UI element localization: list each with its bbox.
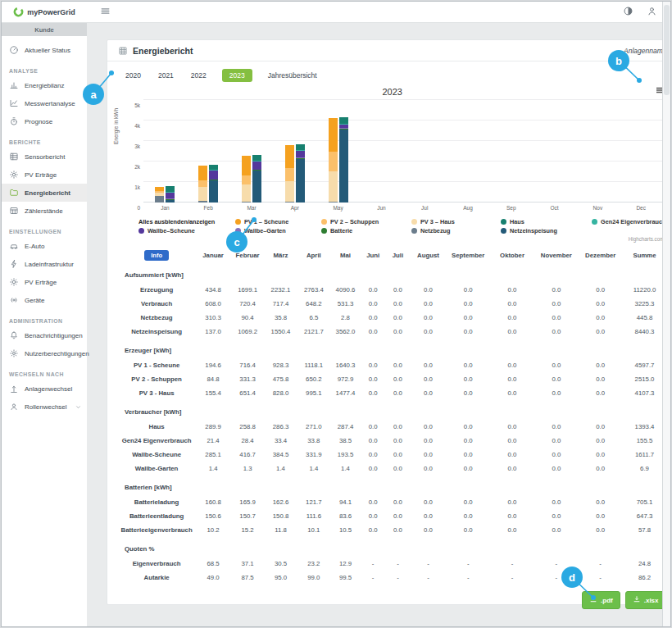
sidebar-item-prognose[interactable]: Prognose [2,112,87,130]
tab-2020[interactable]: 2020 [124,69,143,82]
production-bar-jan[interactable] [155,187,164,203]
tab-2023[interactable]: 2023 [222,69,252,82]
sidebar-item-benachrichtigungen[interactable]: Benachrichtigungen [2,326,87,344]
sidebar-item-geräte[interactable]: Geräte [2,291,87,309]
sidebar-item-anlagenwechsel[interactable]: Anlagenwechsel [2,380,87,398]
column-header-oktober: Oktober [490,247,534,263]
sidebar-item-ladeinfrastruktur[interactable]: Ladeinfrastruktur [2,255,87,273]
info-badge[interactable]: Info [144,250,169,261]
segment-netzbezug [242,202,251,203]
app-window: myPowerGrid Kunde Aktueller StatusANALYS… [1,1,671,627]
production-bar-may[interactable] [329,118,338,203]
consumption-bar-mar[interactable] [252,155,261,203]
production-bar-apr[interactable] [285,145,294,203]
cell-value: 0.0 [446,509,490,523]
sidebar-item-label: Rollenwechsel [25,403,67,411]
legend-item-pv-3-haus[interactable]: PV 3 – Haus [411,218,493,225]
consumption-bar-feb[interactable] [209,165,218,203]
cell-value: 1.4 [297,462,330,476]
legend-item-alles-ausblenden-anzeigen[interactable]: Alles ausblenden/anzeigen [138,218,227,225]
consumption-bar-apr[interactable] [296,144,305,203]
legend-item-haus[interactable]: Haus [501,218,583,225]
consumption-bar-jan[interactable] [166,186,175,203]
sidebar-section-berichte: BERICHTE [9,139,87,145]
vertical-scrollbar[interactable] [662,2,670,626]
sidebar-item-aktueller-status[interactable]: Aktueller Status [2,41,87,59]
app-logo[interactable]: myPowerGrid [2,7,87,17]
cell-value: 3562.0 [330,325,361,339]
cell-value: 0.0 [385,358,410,372]
export-xlsx-button[interactable]: .xlsx [625,591,666,609]
cell-value: 258.8 [231,420,264,434]
sidebar-item-pv-erträge[interactable]: PV Erträge [2,166,87,184]
cell-value: 68.5 [195,557,231,571]
legend-label: PV 2 – Schuppen [330,218,379,225]
cell-value: 0.0 [446,297,490,311]
legend-item-pv-2-schuppen[interactable]: PV 2 – Schuppen [321,218,403,225]
tab-2021[interactable]: 2021 [157,69,175,82]
column-header-januar: Januar [195,247,231,263]
group-row: Erzeuger [kWh] [118,339,667,358]
segment-pv-1-scheune [285,145,294,168]
bell-icon [9,330,19,340]
cell-value: 0.0 [361,434,385,448]
cell-value: 0.0 [579,325,623,339]
cell-value: - [411,571,447,585]
x-axis-tick-may: May [316,205,360,211]
cell-value: 8440.3 [623,325,667,339]
cell-value: 0.0 [361,311,385,325]
group-label: Verbraucher [kWh] [118,400,667,420]
sidebar-item-messwertanalyse[interactable]: Messwertanalyse [2,94,87,112]
sun-icon [9,277,19,287]
row-label: Batterieeigenverbrauch [118,523,195,537]
cell-value: 0.0 [411,325,447,339]
cell-value: 137.0 [195,325,231,339]
sidebar-item-rollenwechsel[interactable]: Rollenwechsel [2,398,87,416]
sidebar-item-sensorbericht[interactable]: Sensorbericht [2,148,87,166]
consumption-bar-may[interactable] [339,117,348,203]
cell-value: 0.0 [490,523,534,537]
segment-netzeinspeisung [166,200,175,203]
production-bar-mar[interactable] [242,156,251,203]
cell-value: 0.0 [385,448,410,462]
sidebar-item-nutzerberechtigungen[interactable]: Nutzerberechtigungen [2,344,87,362]
table-row-haus: Haus289.9258.8286.3271.0287.40.00.00.00.… [118,420,667,434]
table-row-netzeinspeisung: Netzeinspeisung137.01069.21550.42121.735… [118,325,667,339]
tab-2022[interactable]: 2022 [189,69,208,82]
legend-item-netzeinspeisung[interactable]: Netzeinspeisung [501,227,583,234]
tab-jahresübersicht[interactable]: Jahresübersicht [266,69,319,82]
card-header: Energiebericht Anlagenname [107,40,671,61]
sidebar-item-zählerstände[interactable]: Zählerstände [2,202,87,220]
cell-value: 0.0 [411,495,447,509]
row-label: Netzeinspeisung [118,325,195,339]
row-label: PV 1 - Scheune [118,358,195,372]
sidebar-item-label: Aktueller Status [25,47,70,54]
sidebar-item-pv-erträge[interactable]: PV Erträge [2,273,87,291]
scrollbar-thumb[interactable] [664,5,670,95]
sidebar-item-e-auto[interactable]: E-Auto [2,237,87,255]
stopwatch-icon [9,116,19,126]
legend-item-netzbezug[interactable]: Netzbezug [411,227,493,234]
cell-value: - [385,571,410,585]
legend-item-pv-1-scheune[interactable]: PV 1 – Scheune [235,218,313,225]
cell-value: 0.0 [361,372,385,386]
theme-contrast-icon[interactable] [623,5,633,20]
legend-item-batterie[interactable]: Batterie [321,227,403,234]
cell-value: 0.0 [490,372,534,386]
legend-item-gen24-eigenverbrauch[interactable]: Gen24 Eigenverbrauch [592,218,666,225]
cell-value: 0.0 [534,311,579,325]
cell-value: 531.3 [330,297,361,311]
y-axis-tick: 3k [134,143,140,149]
cell-value: 0.0 [579,420,623,434]
legend-item-wallbe-garten[interactable]: Wallbe–Garten [235,227,313,234]
export-pdf-button[interactable]: .pdf [582,591,620,609]
menu-toggle-icon[interactable] [100,5,111,20]
cell-value: 384.5 [264,448,297,462]
sidebar-item-energiebilanz[interactable]: Energiebilanz [2,76,87,94]
sidebar-item-energiebericht[interactable]: Energiebericht [2,184,87,202]
cell-value: 0.0 [446,311,490,325]
cell-value: 1.3 [231,462,264,476]
user-account-icon[interactable] [647,5,657,20]
legend-item-wallbe-scheune[interactable]: Wallbe–Scheune [138,227,227,234]
production-bar-feb[interactable] [198,166,207,203]
